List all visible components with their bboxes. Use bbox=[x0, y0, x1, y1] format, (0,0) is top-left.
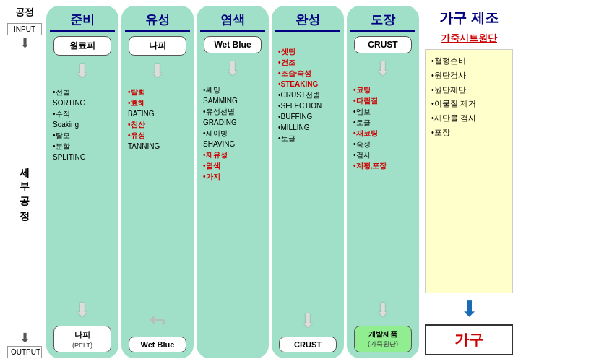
output-box: OUTPUT bbox=[7, 346, 42, 358]
yusung-bottom-box: Wet Blue bbox=[129, 337, 186, 352]
mfg-list: •철형준비 •원단검사 •원단재단 •이물질 제거 •재단물 검사 •포장 bbox=[425, 49, 513, 293]
process-column: 공정 INPUT ⬇ 세부공정 ⬇ OUTPUT bbox=[6, 6, 43, 358]
도장-arrow-icon: ⬇ bbox=[375, 58, 391, 80]
mfg-arrow-icon: ⬇ bbox=[425, 296, 513, 321]
input-box: INPUT bbox=[7, 23, 42, 35]
도장-top-box: CRUST bbox=[354, 36, 412, 53]
도장-content: •코팅 •다림질 •엠보 •토글 •재코팅 •숙성 •검사 •계평,포장 bbox=[350, 82, 415, 298]
mfg-result-box: 가구 bbox=[425, 324, 513, 355]
완성-content: •셋팅 •건조 •조습·숙성 •STEAKING •CRUST선별 •SELEC… bbox=[275, 43, 340, 308]
stage-완성-title: 완성 bbox=[275, 12, 340, 32]
stage-junbi-title: 준비 bbox=[50, 12, 115, 32]
yusung-curved-arrow-icon: ↪ bbox=[150, 308, 166, 332]
down-arrow-icon: ⬇ bbox=[20, 37, 30, 50]
stage-yusung-title: 유성 bbox=[125, 12, 190, 32]
junbi-arrow-icon: ⬇ bbox=[74, 60, 90, 82]
stage-완성: 완성 •셋팅 •건조 •조습·숙성 •STEAKING •CRUST선별 •SE… bbox=[272, 6, 344, 358]
junbi-bottom-box: 나피(PELT) bbox=[53, 326, 111, 352]
main-container: 공정 INPUT ⬇ 세부공정 ⬇ OUTPUT 준비 원료피 ⬇ •선별 SO… bbox=[0, 0, 591, 364]
mfg-column: 가구 제조 가죽시트원단 •철형준비 •원단검사 •원단재단 •이물질 제거 •… bbox=[422, 6, 516, 358]
mfg-title: 가구 제조 bbox=[425, 9, 513, 27]
junbi-content: •선별 SORTING •수적 Soaking •탈모 •분할 SPLITING bbox=[50, 84, 115, 298]
stage-junbi: 준비 원료피 ⬇ •선별 SORTING •수적 Soaking •탈모 •분할… bbox=[46, 6, 118, 358]
down-arrow2-icon: ⬇ bbox=[20, 332, 30, 344]
완성-arrow-icon: ⬇ bbox=[300, 310, 316, 332]
sub-process-title: 세부공정 bbox=[18, 160, 31, 218]
stage-도장-title: 도장 bbox=[350, 12, 415, 32]
stage-yusung: 유성 나피 ⬇ •탈회 •효해 BATING •침산 •유성 TANNING ↪… bbox=[121, 6, 194, 358]
yusung-arrow-icon: ⬇ bbox=[150, 60, 165, 82]
stage-염색-title: 염색 bbox=[200, 12, 265, 32]
process-title: 공정 bbox=[15, 6, 34, 19]
완성-bottom-box: CRUST bbox=[279, 337, 337, 352]
yusung-content: •탈회 •효해 BATING •침산 •유성 TANNING bbox=[125, 84, 190, 307]
mfg-subtitle: 가죽시트원단 bbox=[425, 32, 513, 45]
염색-top-box: Wet Blue bbox=[204, 36, 262, 53]
junbi-arrow2-icon: ⬇ bbox=[74, 299, 90, 321]
stage-염색: 염색 Wet Blue ⬇ •쎄밍 SAMMING •유성선별 GRADING … bbox=[197, 6, 269, 358]
염색-arrow-icon: ⬇ bbox=[225, 58, 241, 80]
stage-도장: 도장 CRUST ⬇ •코팅 •다림질 •엠보 •토글 •재코팅 •숙성 •검사… bbox=[347, 6, 419, 358]
yusung-top-box: 나피 bbox=[129, 36, 186, 56]
도장-arrow2-icon: ⬇ bbox=[375, 299, 391, 321]
도장-bottom-box: 개발제품(가죽원단) bbox=[354, 326, 412, 352]
junbi-top-box: 원료피 bbox=[53, 36, 111, 56]
염색-content: •쎄밍 SAMMING •유성선별 GRADING •세이빙 SHAVING •… bbox=[200, 82, 265, 352]
